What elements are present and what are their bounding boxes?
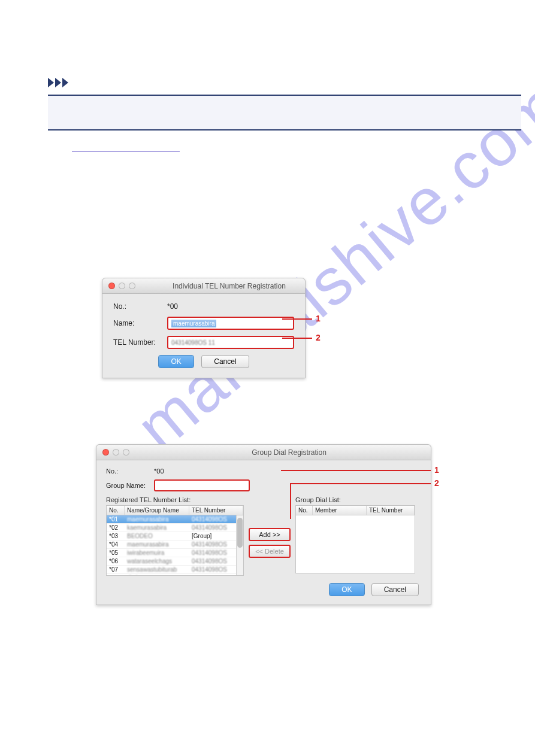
cancel-button[interactable]: Cancel xyxy=(201,355,249,368)
tel-value: 04314098OS 11 xyxy=(171,339,215,346)
close-icon[interactable] xyxy=(108,283,115,289)
scrollbar[interactable] xyxy=(236,515,243,575)
chevrons-icon xyxy=(48,78,77,87)
link-underline[interactable] xyxy=(72,151,180,152)
hdr-tel: TEL Number xyxy=(189,506,243,515)
close-icon[interactable] xyxy=(102,449,109,456)
scrollbar-thumb[interactable] xyxy=(237,518,243,548)
name-value: maemurasabira xyxy=(171,320,216,327)
no-value: *00 xyxy=(167,302,178,311)
hdr-name: Name/Group Name xyxy=(125,506,189,515)
d2-callout-2: 2 xyxy=(434,478,439,488)
individual-tel-dialog: Individual TEL Number Registration No.: … xyxy=(102,278,306,378)
ok-button[interactable]: OK xyxy=(158,355,194,368)
no-label: No.: xyxy=(113,302,167,311)
d2-callout-line-1 xyxy=(281,470,431,471)
name-label: Name: xyxy=(113,319,167,327)
left-list-table[interactable]: No. Name/Group Name TEL Number *01 maemu… xyxy=(106,505,244,576)
table-row[interactable]: *01 maemurasabira 04314098OS xyxy=(107,515,243,524)
maximize-icon[interactable] xyxy=(129,283,135,289)
dialog1-title: Individual TEL Number Registration xyxy=(159,282,299,290)
dialog2-titlebar: Group Dial Registration xyxy=(96,445,431,460)
section-header-box xyxy=(48,95,521,130)
right-list-title: Group Dial List: xyxy=(295,496,415,503)
table-row[interactable]: *02 kaemurasabira 04314098OS xyxy=(107,524,243,532)
name-input[interactable]: maemurasabira xyxy=(167,317,294,330)
left-list-title: Registered TEL Number List: xyxy=(106,496,244,503)
dialog2-title: Group Dial Registration xyxy=(153,448,425,457)
table-row[interactable]: *04 maemurasabira 04314098OS xyxy=(107,541,243,549)
tel-input[interactable]: 04314098OS 11 xyxy=(167,336,294,349)
add-button[interactable]: Add >> xyxy=(249,528,291,541)
tel-label: TEL Number: xyxy=(113,338,167,347)
d2-callout-line-2v xyxy=(290,483,291,519)
callout-line-2 xyxy=(282,338,312,339)
d2-cancel-button[interactable]: Cancel xyxy=(371,583,419,596)
d2-no-label: No.: xyxy=(106,467,154,475)
table-row[interactable]: *05 iwirabeemuira 04314098OS xyxy=(107,549,243,557)
hdr-member: Member xyxy=(313,506,367,515)
hdr-tel-r: TEL Number xyxy=(367,506,415,515)
table-row[interactable]: *07 sensawastubiturab 04314098OS xyxy=(107,566,243,574)
group-dial-dialog: Group Dial Registration No.: *00 Group N… xyxy=(96,444,431,605)
d2-callout-line-2 xyxy=(291,483,431,484)
hdr-no-r: No. xyxy=(296,506,313,515)
d2-no-value: *00 xyxy=(154,467,164,475)
minimize-icon[interactable] xyxy=(119,283,125,289)
hdr-no: No. xyxy=(107,506,125,515)
table-row[interactable]: *03 BEODEO [Group] xyxy=(107,532,243,541)
d2-callout-1: 1 xyxy=(434,465,439,475)
right-list-table[interactable]: No. Member TEL Number xyxy=(295,505,415,573)
d2-ok-button[interactable]: OK xyxy=(329,583,364,596)
callout-1: 1 xyxy=(316,314,321,323)
delete-button[interactable]: << Delete xyxy=(249,545,291,558)
table-row[interactable]: *08 diwhamay [Group] xyxy=(107,574,243,575)
minimize-icon[interactable] xyxy=(113,449,119,456)
dialog1-titlebar: Individual TEL Number Registration xyxy=(102,278,305,294)
table-row[interactable]: *06 wataraseelchags 04314098OS xyxy=(107,557,243,566)
group-name-label: Group Name: xyxy=(106,482,154,489)
group-name-input[interactable] xyxy=(154,479,250,491)
callout-2: 2 xyxy=(316,333,321,342)
callout-line-1 xyxy=(282,318,312,320)
maximize-icon[interactable] xyxy=(123,449,129,456)
